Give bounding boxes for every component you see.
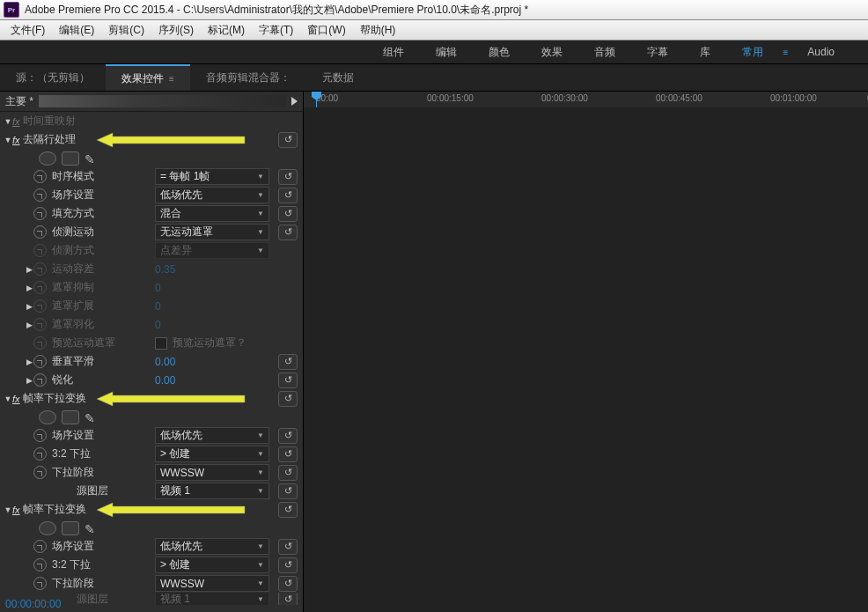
disclosure-triangle-icon[interactable]: ▼ — [4, 117, 12, 126]
mask-ellipse-icon[interactable] — [39, 410, 56, 424]
param-value[interactable]: 0.35 — [155, 263, 175, 276]
stopwatch-icon[interactable] — [33, 373, 47, 387]
param-value[interactable]: 0 — [155, 282, 161, 294]
stopwatch-icon[interactable] — [33, 262, 47, 276]
reset-param-button[interactable] — [278, 169, 298, 185]
disclosure-triangle-icon[interactable]: ▼ — [4, 505, 12, 514]
stopwatch-icon[interactable] — [33, 318, 47, 331]
panel-tab[interactable]: 音频剪辑混合器： — [190, 64, 306, 91]
effect-header[interactable]: ▼fx时间重映射 — [0, 112, 303, 130]
effect-header[interactable]: ▼fx去隔行处理 — [0, 130, 303, 149]
fx-badge-icon[interactable]: fx — [12, 394, 20, 404]
workspace-tab[interactable]: 音频 — [578, 45, 631, 60]
reset-param-button[interactable] — [278, 188, 298, 203]
param-dropdown[interactable]: 无运动遮罩 — [155, 224, 269, 240]
fx-badge-icon[interactable]: fx — [12, 505, 20, 515]
panel-tab[interactable]: 效果控件≡ — [106, 64, 190, 91]
reset-param-button[interactable] — [278, 354, 298, 370]
param-checkbox[interactable] — [155, 337, 167, 350]
param-dropdown[interactable]: > 创建 — [155, 557, 269, 573]
panel-tab[interactable]: 源：（无剪辑） — [0, 64, 106, 91]
workspace-tab[interactable]: 效果 — [526, 45, 578, 60]
fx-badge-icon[interactable]: fx — [12, 116, 20, 127]
param-dropdown[interactable]: 点差异 — [155, 242, 269, 259]
menu-item[interactable]: 标记(M) — [201, 23, 252, 38]
param-dropdown[interactable]: 低场优先 — [155, 427, 269, 444]
disclosure-triangle-icon[interactable]: ▶ — [25, 284, 33, 292]
disclosure-triangle-icon[interactable]: ▼ — [4, 136, 12, 144]
stopwatch-icon[interactable] — [33, 281, 47, 294]
effect-timeline[interactable]: 00:0000:00:15:0000:00:30:0000:00:45:0000… — [304, 92, 868, 612]
menu-item[interactable]: 字幕(T) — [252, 23, 300, 38]
reset-effect-button[interactable] — [278, 502, 298, 518]
mask-pen-icon[interactable] — [85, 522, 100, 535]
param-dropdown[interactable]: WWSSW — [155, 575, 269, 592]
param-value[interactable]: 0 — [155, 300, 161, 313]
reset-param-button[interactable] — [278, 206, 298, 222]
mask-rect-icon[interactable] — [62, 521, 79, 535]
reset-effect-button[interactable] — [278, 132, 298, 148]
panel-menu-icon[interactable]: ≡ — [169, 74, 174, 84]
param-dropdown[interactable]: > 创建 — [155, 446, 269, 462]
param-dropdown[interactable]: = 每帧 1帧 — [155, 168, 269, 185]
mask-pen-icon[interactable] — [85, 411, 100, 424]
workspace-tab[interactable]: 字幕 — [631, 45, 684, 60]
stopwatch-icon[interactable] — [33, 355, 47, 368]
stopwatch-icon[interactable] — [33, 225, 47, 239]
reset-effect-button[interactable] — [278, 391, 298, 407]
disclosure-triangle-icon[interactable]: ▶ — [25, 358, 33, 366]
disclosure-triangle-icon[interactable]: ▼ — [4, 394, 12, 403]
panel-tab[interactable]: 元数据 — [306, 64, 370, 91]
menu-item[interactable]: 窗口(W) — [300, 23, 352, 38]
reset-param-button[interactable] — [278, 483, 298, 499]
effect-header[interactable]: ▼fx帧率下拉变换 — [0, 500, 303, 519]
mask-rect-icon[interactable] — [62, 410, 79, 424]
workspace-tab[interactable]: Audio — [791, 46, 850, 58]
stopwatch-icon[interactable] — [33, 207, 47, 220]
reset-param-button[interactable] — [278, 372, 298, 388]
reset-param-button[interactable] — [278, 428, 298, 444]
menu-item[interactable]: 剪辑(C) — [101, 23, 151, 38]
reset-param-button[interactable] — [278, 539, 298, 555]
stopwatch-icon[interactable] — [33, 170, 47, 183]
menu-item[interactable]: 序列(S) — [151, 23, 201, 38]
menu-item[interactable]: 帮助(H) — [353, 23, 403, 38]
menu-item[interactable]: 文件(F) — [4, 23, 52, 38]
workspace-menu-icon[interactable]: ≡ — [779, 48, 791, 57]
disclosure-triangle-icon[interactable]: ▶ — [25, 302, 33, 311]
reset-param-button[interactable] — [278, 225, 298, 240]
effect-header[interactable]: ▼fx帧率下拉变换 — [0, 389, 303, 408]
disclosure-triangle-icon[interactable]: ▶ — [25, 321, 33, 329]
stopwatch-icon[interactable] — [33, 188, 47, 202]
param-value[interactable]: 0.00 — [155, 374, 175, 387]
mask-ellipse-icon[interactable] — [39, 521, 56, 535]
param-value[interactable]: 0.00 — [155, 356, 175, 368]
disclosure-triangle-icon[interactable]: ▶ — [25, 265, 33, 274]
reset-param-button[interactable] — [278, 446, 298, 462]
reset-param-button[interactable] — [278, 593, 298, 605]
stopwatch-icon[interactable] — [33, 336, 47, 350]
param-dropdown[interactable]: 低场优先 — [155, 538, 269, 555]
timeline-body[interactable] — [304, 107, 868, 612]
mask-rect-icon[interactable] — [62, 151, 79, 166]
reset-param-button[interactable] — [278, 557, 298, 573]
menu-item[interactable]: 编辑(E) — [52, 23, 101, 38]
stopwatch-icon[interactable] — [33, 466, 47, 479]
stopwatch-icon[interactable] — [33, 540, 47, 553]
stopwatch-icon[interactable] — [33, 429, 47, 442]
workspace-tab[interactable]: 组件 — [367, 45, 420, 60]
workspace-tab[interactable]: 常用 — [726, 45, 779, 60]
param-dropdown[interactable]: 混合 — [155, 205, 269, 222]
workspace-tab[interactable]: 颜色 — [473, 45, 526, 60]
reset-param-button[interactable] — [278, 576, 298, 592]
mask-pen-icon[interactable] — [85, 152, 100, 165]
workspace-tab[interactable]: 编辑 — [420, 45, 473, 60]
disclosure-triangle-icon[interactable]: ▶ — [25, 376, 33, 385]
play-icon[interactable] — [291, 97, 298, 106]
workspace-tab[interactable]: 库 — [684, 45, 726, 60]
param-dropdown[interactable]: 视频 1 — [155, 483, 269, 499]
time-ruler[interactable]: 00:0000:00:15:0000:00:30:0000:00:45:0000… — [304, 92, 868, 108]
param-dropdown[interactable]: WWSSW — [155, 464, 269, 481]
mask-ellipse-icon[interactable] — [39, 151, 56, 166]
fx-badge-icon[interactable]: fx — [12, 135, 20, 145]
